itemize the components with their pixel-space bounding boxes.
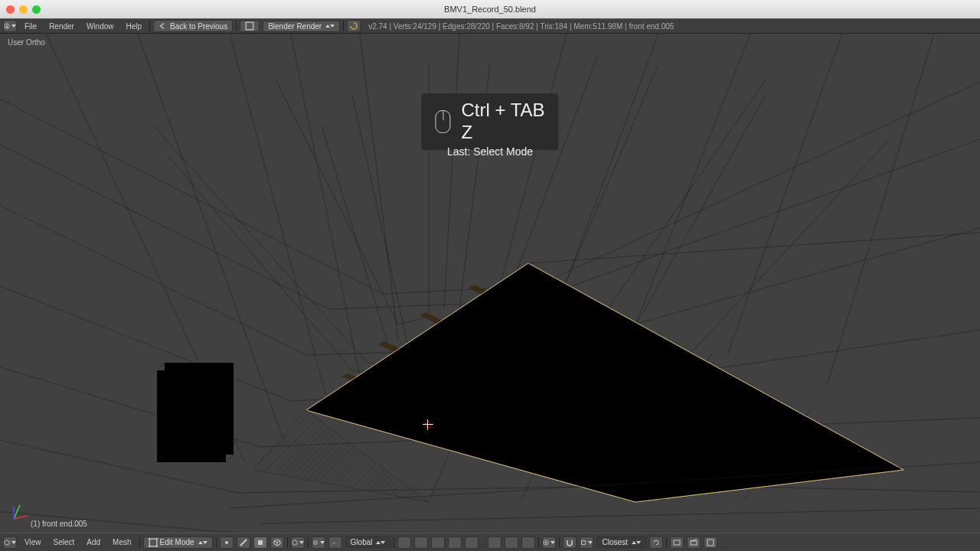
svg-line-18: [157, 363, 165, 370]
face-icon: [256, 539, 264, 546]
window-title: BMV1_Record_50.blend: [444, 5, 536, 14]
render-progress-icon[interactable]: [347, 20, 361, 32]
info-icon: [4, 22, 10, 30]
separator: [538, 537, 539, 548]
menu-view[interactable]: View: [20, 538, 46, 546]
proportional-editing-dropdown[interactable]: [542, 536, 556, 549]
layer-8[interactable]: [521, 536, 535, 549]
face-select-mode[interactable]: [253, 536, 267, 549]
transform-orientation-dropdown[interactable]: Global: [345, 536, 391, 548]
mode-dropdown[interactable]: Edit Mode: [143, 536, 213, 549]
layer-1[interactable]: [397, 536, 411, 549]
snap-align-rotation[interactable]: [649, 536, 663, 549]
svg-point-43: [149, 538, 150, 540]
render-engine-dropdown[interactable]: Blender Render: [263, 21, 340, 32]
opengl-render-image[interactable]: [670, 536, 684, 549]
svg-line-48: [240, 540, 247, 546]
svg-rect-2: [6, 24, 8, 25]
scene-icon: [245, 21, 254, 31]
toggle-maximize-area[interactable]: [704, 536, 717, 549]
svg-point-47: [225, 541, 228, 544]
menu-window[interactable]: Window: [82, 22, 119, 31]
separator: [559, 537, 560, 548]
svg-rect-17: [165, 363, 234, 455]
mode-label: Edit Mode: [160, 538, 194, 546]
menu-add[interactable]: Add: [82, 538, 105, 546]
minimize-window-button[interactable]: [19, 5, 28, 14]
refresh-icon: [350, 22, 358, 30]
separator: [308, 537, 309, 548]
separator: [139, 537, 140, 548]
viewport-shading-dropdown[interactable]: [291, 536, 305, 549]
mouse-icon: [435, 110, 450, 133]
edge-select-mode[interactable]: [237, 536, 250, 549]
magnet-icon: [566, 539, 573, 546]
back-to-previous-button[interactable]: Back to Previous: [153, 20, 233, 32]
render-image-icon: [673, 539, 681, 546]
vertex-select-mode[interactable]: [220, 536, 234, 549]
layer-2[interactable]: [414, 536, 428, 549]
window-titlebar: BMV1_Record_50.blend: [0, 0, 980, 18]
svg-line-54: [335, 543, 338, 544]
editor-type-dropdown[interactable]: [3, 20, 17, 32]
layer-7[interactable]: [505, 536, 518, 549]
snap-rotation-icon: [652, 539, 660, 546]
menu-select[interactable]: Select: [49, 538, 80, 546]
snap-element-dropdown[interactable]: [580, 536, 593, 549]
svg-rect-62: [707, 540, 714, 546]
pivot-point-dropdown[interactable]: [312, 536, 325, 549]
info-header: File Render Window Help Back to Previous…: [0, 18, 980, 34]
svg-line-37: [260, 508, 980, 523]
layer-3[interactable]: [431, 536, 445, 549]
snap-toggle[interactable]: [563, 536, 577, 549]
menu-mesh[interactable]: Mesh: [108, 538, 136, 546]
render-engine-label: Blender Render: [268, 22, 322, 31]
svg-rect-49: [258, 540, 263, 545]
overlay-key-line2: Z: [461, 122, 544, 144]
svg-line-8: [291, 34, 360, 378]
opengl-render-anim[interactable]: [687, 536, 701, 549]
edit-mode-icon: [149, 538, 158, 547]
svg-line-55: [332, 543, 335, 544]
last-operator-label: Last: Select Mode: [447, 145, 533, 158]
zoom-window-button[interactable]: [32, 5, 41, 14]
menu-help[interactable]: Help: [122, 22, 147, 31]
layer-4[interactable]: [448, 536, 462, 549]
menu-file[interactable]: File: [20, 22, 41, 31]
axis-gizmo: [11, 502, 31, 525]
layer-6[interactable]: [488, 536, 501, 549]
svg-line-14: [727, 34, 842, 355]
svg-line-11: [498, 34, 567, 294]
overlay-key-line1: Ctrl + TAB: [461, 99, 544, 122]
active-object-label: (1) front end.005: [31, 520, 87, 528]
layer-5[interactable]: [465, 536, 479, 549]
svg-line-13: [635, 34, 750, 324]
svg-point-57: [545, 541, 547, 543]
svg-rect-59: [674, 540, 680, 545]
svg-line-39: [14, 516, 28, 519]
separator: [666, 537, 667, 548]
svg-rect-42: [149, 539, 157, 546]
editor-type-dropdown-bottom[interactable]: [3, 536, 17, 549]
svg-point-52: [315, 542, 316, 543]
snap-target-dropdown[interactable]: Closest: [596, 536, 645, 548]
limit-selection-toggle[interactable]: [270, 536, 284, 549]
back-arrow-icon: [158, 21, 168, 31]
scene-dropdown[interactable]: [240, 20, 260, 32]
3d-cursor: [423, 419, 433, 430]
svg-line-38: [528, 233, 980, 263]
edge-icon: [240, 539, 247, 546]
svg-point-46: [155, 545, 157, 546]
menu-render[interactable]: Render: [44, 22, 79, 31]
snap-element-icon: [580, 539, 586, 546]
3d-viewport[interactable]: User Ortho (1) front end.005 Ctrl + TAB …: [0, 34, 980, 533]
close-window-button[interactable]: [6, 5, 15, 14]
manipulator-toggle[interactable]: [328, 536, 342, 549]
separator: [287, 537, 288, 548]
svg-line-7: [230, 34, 329, 409]
scene-statistics: v2.74 | Verts:24/129 | Edges:28/220 | Fa…: [368, 22, 674, 31]
svg-point-45: [149, 545, 150, 546]
separator: [394, 537, 394, 548]
svg-point-50: [292, 540, 296, 544]
3dview-header: View Select Add Mesh Edit Mode Global Cl…: [0, 533, 980, 551]
